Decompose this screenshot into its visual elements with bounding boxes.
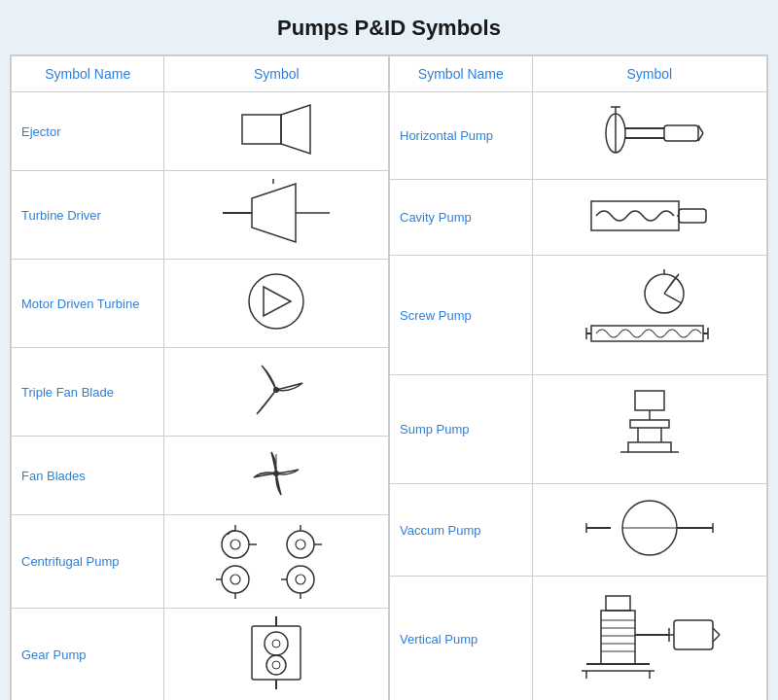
table-row: Screw Pump (390, 256, 767, 375)
motor-turbine-symbol (164, 260, 389, 348)
fan-blades-name: Fan Blades (12, 437, 164, 515)
svg-point-33 (272, 640, 280, 648)
motor-turbine-name: Motor Driven Turbine (12, 260, 164, 348)
horizontal-pump-symbol (532, 92, 766, 180)
svg-point-32 (266, 655, 286, 675)
svg-rect-46 (591, 201, 679, 230)
table-row: Vertical Pump (390, 577, 767, 700)
vertical-pump-symbol (532, 577, 766, 700)
table-row: Ejector (12, 92, 389, 171)
svg-point-26 (287, 566, 314, 593)
table-row: Motor Driven Turbine (12, 260, 389, 348)
screw-pump-name: Screw Pump (390, 256, 533, 375)
svg-point-25 (230, 575, 240, 584)
table-row: Cavity Pump (390, 179, 767, 256)
svg-point-34 (272, 661, 280, 669)
table-row: Sump Pump (390, 375, 767, 484)
svg-rect-56 (635, 391, 664, 410)
right-header-name: Symbol Name (390, 56, 533, 92)
svg-rect-76 (606, 596, 630, 611)
svg-point-22 (222, 566, 249, 593)
table-row: Vaccum Pump (390, 484, 767, 577)
svg-line-83 (713, 628, 720, 635)
ejector-symbol (164, 92, 389, 171)
svg-rect-41 (664, 125, 698, 141)
gear-pump-name: Gear Pump (12, 609, 164, 701)
table-row: Gear Pump (12, 609, 389, 701)
left-table: Symbol Name Symbol Ejector Turbine Drive… (11, 55, 389, 700)
screw-pump-symbol (532, 256, 766, 375)
main-table: Symbol Name Symbol Ejector Turbine Drive… (10, 54, 768, 700)
left-header-symbol: Symbol (164, 56, 389, 92)
ejector-name: Ejector (12, 92, 164, 171)
triple-fan-symbol (164, 348, 389, 437)
centrifugal-symbol (164, 515, 389, 609)
svg-marker-2 (252, 184, 296, 242)
svg-rect-81 (674, 620, 713, 649)
svg-point-15 (230, 540, 240, 549)
left-header-name: Symbol Name (12, 56, 164, 92)
right-header-symbol: Symbol (532, 56, 766, 92)
svg-point-6 (249, 274, 303, 329)
table-row: Fan Blades (12, 437, 389, 515)
svg-marker-7 (264, 287, 291, 316)
cavity-pump-name: Cavity Pump (390, 179, 533, 256)
triple-fan-name: Triple Fan Blade (12, 348, 164, 437)
svg-point-31 (265, 632, 288, 655)
svg-line-84 (713, 635, 720, 642)
svg-point-29 (296, 575, 305, 584)
table-row: Triple Fan Blade (12, 348, 389, 437)
svg-point-12 (222, 531, 249, 558)
svg-point-21 (296, 540, 305, 549)
cavity-pump-symbol (532, 179, 766, 256)
svg-rect-58 (630, 420, 669, 428)
vaccum-pump-name: Vaccum Pump (390, 484, 533, 577)
turbine-driver-name: Turbine Driver (12, 171, 164, 260)
vertical-pump-name: Vertical Pump (390, 577, 533, 700)
horizontal-pump-name: Horizontal Pump (390, 92, 533, 180)
turbine-driver-symbol (164, 171, 389, 260)
fan-blades-symbol (164, 437, 389, 515)
right-table: Symbol Name Symbol Horizontal Pump (389, 55, 767, 700)
centrifugal-name: Centrifugal Pump (12, 515, 164, 609)
vaccum-pump-symbol (532, 484, 766, 577)
table-row: Horizontal Pump (390, 92, 767, 180)
svg-rect-0 (242, 115, 281, 144)
svg-point-18 (287, 531, 314, 558)
svg-rect-61 (628, 442, 671, 452)
svg-rect-47 (679, 209, 706, 223)
table-row: Turbine Driver (12, 171, 389, 260)
svg-rect-30 (252, 626, 301, 680)
svg-rect-70 (601, 611, 635, 664)
sump-pump-symbol (532, 375, 766, 484)
svg-marker-1 (281, 105, 310, 154)
sump-pump-name: Sump Pump (390, 375, 533, 484)
gear-pump-symbol (164, 609, 389, 701)
page-title: Pumps P&ID Symbols (277, 16, 501, 41)
table-row: Centrifugal Pump (12, 515, 389, 609)
